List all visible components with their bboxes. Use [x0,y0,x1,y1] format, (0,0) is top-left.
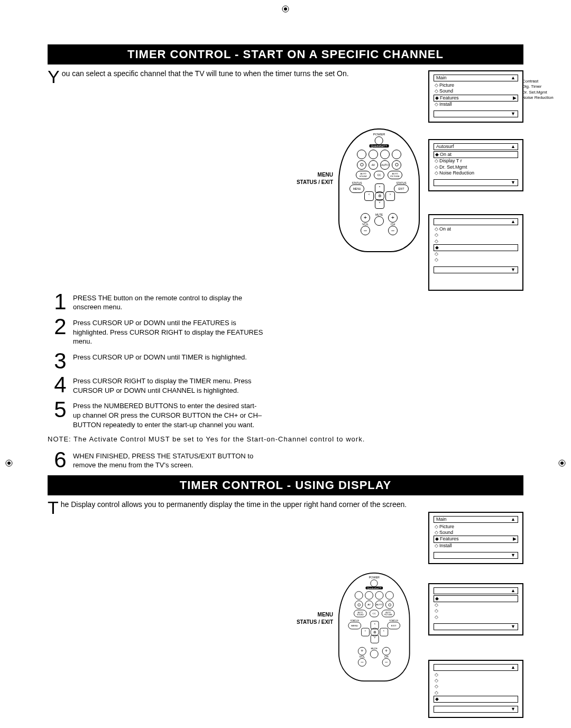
svg-point-11 [388,603,391,606]
down-arrow-icon: ▼ [434,179,518,186]
osd-desc: Dr. Set.Mgmt [522,90,559,95]
step-number: 6 [48,450,73,469]
osd-desc: Noise Reduction [522,95,559,100]
section2-graphics: Main ▲ ◇Picture ◇Sound ◆Features ▶ ◇Inst… [323,512,523,728]
svg-point-5 [560,462,564,465]
section-title-using-display: TIMER CONTROL - USING DISPLAY [48,475,523,495]
osd-desc: Dig. Timer [522,84,559,89]
remote-brand: QuadraSurf™ [370,144,389,148]
down-arrow-icon: ▼ [434,110,518,117]
up-arrow-icon: ▲ [511,517,515,522]
up-arrow-icon: ▲ [511,219,515,225]
osd-selected: Features [440,536,459,541]
svg-point-8 [360,163,363,166]
right-arrow-icon: ▶ [513,95,517,101]
osd-item: On at [439,226,451,232]
section2-intro: T he Display control allows you to perma… [48,500,523,510]
osd-main-menu: Main ▲ ◇Picture ◇Sound ◆Features ▶ ◇Inst… [428,512,523,565]
exit-button-icon: EXIT [394,185,409,193]
osd-main-menu: Main ▲ ◇Picture ◇Sound ◆Features ▶ ◇Inst… [428,70,523,123]
step-text: PRESS THE button on the remote control t… [73,292,263,312]
callout-status-exit: STATUS / EXIT [286,179,333,185]
menu-button-icon: MENU [349,185,364,193]
osd-desc: Contrast [522,79,559,84]
intro-dropcap: T [48,500,61,516]
remote-body: POWER QuadraSurf™ AV AUTO AUTO SOUND CC … [338,573,410,681]
print-registration-mark [5,459,13,467]
up-arrow-icon: ▲ [511,75,515,81]
osd-item: Dr. Set.Mgmt [439,164,467,170]
dpad-icon: ˄˅ ˂˃ ⊕ [364,183,394,208]
svg-point-1 [284,7,287,11]
osd-item: Display T r [439,158,462,163]
down-arrow-icon: ▼ [434,706,518,713]
down-arrow-icon: ▼ [434,623,518,630]
up-arrow-icon: ▲ [511,665,515,670]
remote-body: POWER QuadraSurf™ AV AUTO AUTO SOUND CC … [338,128,420,252]
power-button-icon: POWER [373,133,385,145]
step-text: Press CURSOR UP or DOWN until the FEATUR… [73,317,263,346]
step-text: WHEN FINISHED, PRESS THE STATUS/EXIT BUT… [73,450,263,470]
step-number: 2 [48,317,73,336]
remote-func-row: AV AUTO [357,160,401,170]
print-registration-mark [282,5,289,13]
callout-menu: MENU [286,172,333,178]
osd-item: Install [439,543,452,548]
osd-header: Main [436,75,447,81]
note-text: NOTE: The Activate Control MUST be set t… [48,435,523,444]
osd-item: Sound [439,530,453,535]
svg-point-3 [7,462,11,465]
osd-item: Sound [439,88,453,94]
osd-header: Main [436,517,447,522]
step-text: Press the NUMBERED BUTTONS to enter the … [73,400,263,429]
intro-text: ou can select a specific channel that th… [62,69,349,78]
remote-pill-row: AUTO SOUND CC AUTO PICTURE [356,171,402,179]
step-number: 4 [48,375,73,394]
remote-illustration: MENU STATUS / EXIT POWER QuadraSurf™ AV … [317,128,423,252]
mute-icon: MUTE [374,213,384,226]
remote-illustration: MENU STATUS / EXIT POWER QuadraSurf™ AV … [317,573,423,696]
step-number: 1 [48,292,73,311]
callout-menu: MENU [286,612,333,618]
osd-item: Noise Reduction [439,170,474,176]
svg-point-9 [395,163,398,166]
down-arrow-icon: ▼ [434,266,518,273]
up-arrow-icon: ▲ [511,588,515,594]
osd-selected: Features [440,95,459,100]
print-registration-mark [558,459,566,467]
power-button-icon: POWER [369,576,380,587]
svg-point-10 [357,603,360,606]
osd-selected: On at [440,152,452,157]
osd-channel-menu: ▲ ◇On at ◇ ◇ ◆ ◇ ◇ ▼ [428,214,523,291]
osd-item: Install [439,102,452,107]
intro-text: he Display control allows you to permane… [61,500,407,509]
step-number: 3 [48,352,73,371]
callout-status-exit: STATUS / EXIT [286,619,333,625]
step-text: Press CURSOR UP or DOWN until TIMER is h… [73,352,263,362]
osd-timer-menu: ▲ ◆ ◇ ◇ ◇ ▼ [428,583,523,636]
osd-timer-menu: Autosurf ▲ ◆On at ◇Display T r ◇Dr. Set.… [428,139,523,192]
remote-color-row [357,150,401,159]
step-text: Press CURSOR RIGHT to display the TIMER … [73,375,263,395]
down-arrow-icon: ▼ [434,552,518,559]
osd-item: Picture [439,524,454,529]
osd-item: Picture [439,82,454,88]
intro-dropcap: Y [48,69,62,85]
section1-graphics: Main ▲ ◇Picture ◇Sound ◆Features ▶ ◇Inst… [323,70,523,292]
section-title-start-channel: TIMER CONTROL - START ON A SPECIFIC CHAN… [48,44,523,64]
right-arrow-icon: ▶ [513,536,517,542]
osd-header: Autosurf [436,144,454,150]
remote-brand: QuadraSurf™ [366,586,383,589]
step-number: 5 [48,400,73,419]
up-arrow-icon: ▲ [511,144,515,150]
osd-display-menu: ▲ ◇ ◇ ◇ ◇ ◆ ▼ [428,660,523,718]
